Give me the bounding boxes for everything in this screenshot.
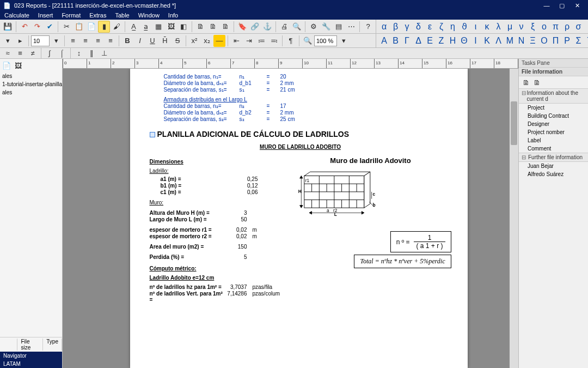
align-justify-icon[interactable]: ≡	[105, 35, 117, 47]
eq2-icon[interactable]: ≡	[14, 47, 26, 59]
spellcheck-icon[interactable]: ✔	[44, 21, 56, 33]
help-icon[interactable]: ?	[362, 21, 374, 33]
task-item[interactable]: Project nomber	[519, 128, 588, 136]
greek-γ[interactable]: γ	[401, 22, 413, 32]
align-center-icon[interactable]: ≡	[79, 35, 91, 47]
fontcolor-icon[interactable]: —	[213, 35, 225, 47]
greek-α[interactable]: α	[378, 22, 390, 32]
perp-icon[interactable]: ⊥	[98, 47, 110, 59]
superscript-icon[interactable]: x²	[188, 35, 200, 47]
font-size-input[interactable]	[31, 35, 50, 46]
tool-a-icon[interactable]: A̲	[127, 21, 139, 33]
task-doc2-icon[interactable]: 🗎	[532, 78, 541, 87]
greek-Π[interactable]: Π	[550, 36, 561, 46]
wrench-icon[interactable]: 🔧	[320, 21, 332, 33]
task-doc1-icon[interactable]: 🗎	[522, 78, 530, 87]
print-icon[interactable]: 🖨	[278, 21, 290, 33]
menu-extras[interactable]: Extras	[85, 12, 111, 19]
indent-more-icon[interactable]: ⇥	[243, 35, 255, 47]
greek-O[interactable]: O	[538, 36, 550, 46]
level-icon[interactable]: ▸	[14, 35, 26, 47]
greek-Δ[interactable]: Δ	[413, 36, 424, 46]
numlist-icon[interactable]: ≕	[268, 35, 280, 47]
greek-B[interactable]: B	[390, 36, 401, 46]
document-editor[interactable]: Cantidad de barras, n₁=n₁=20Diámetro de …	[63, 69, 518, 368]
doc2-icon[interactable]: 🗎	[207, 21, 219, 33]
arrow1-icon[interactable]: ↕	[73, 47, 85, 59]
menu-insert[interactable]: Insert	[34, 12, 58, 19]
dropdown-icon[interactable]: ▾	[50, 35, 62, 47]
brush-icon[interactable]: 🖌	[111, 21, 122, 33]
zoom-dropdown-icon[interactable]: ▾	[338, 35, 350, 47]
greek-β[interactable]: β	[390, 22, 401, 32]
greek-N[interactable]: N	[516, 36, 527, 46]
greek-μ[interactable]: μ	[504, 22, 516, 32]
greek-Σ[interactable]: Σ	[573, 36, 584, 46]
greek-Ξ[interactable]: Ξ	[527, 36, 538, 46]
greek-τ[interactable]: τ	[584, 22, 588, 32]
subscript-icon[interactable]: x₂	[201, 35, 213, 47]
greek-ρ[interactable]: ρ	[561, 22, 573, 32]
nav-doc-icon[interactable]: 📄	[2, 61, 11, 70]
greek-I[interactable]: I	[470, 36, 481, 46]
greek-ζ[interactable]: ζ	[436, 22, 447, 32]
tree-item[interactable]: 1-tutorial-insertar-planilla-excel	[0, 80, 62, 88]
underline-icon[interactable]: U	[146, 35, 158, 47]
tool-b-icon[interactable]: a̲	[140, 21, 152, 33]
col-none[interactable]	[0, 339, 17, 351]
maximize-button[interactable]: ▢	[554, 0, 569, 11]
section-marker-icon[interactable]	[150, 132, 155, 137]
tasks-section-1[interactable]: ⊟Information about the current d	[519, 88, 588, 104]
highlight-icon[interactable]: ▮	[98, 21, 110, 33]
greek-ι[interactable]: ι	[470, 22, 481, 32]
chart-icon[interactable]: ◧	[177, 21, 189, 33]
image-icon[interactable]: 🖼	[165, 21, 177, 33]
list-icon[interactable]: ≔	[255, 35, 267, 47]
zoom-input[interactable]	[314, 35, 337, 46]
menu-info[interactable]: Info	[164, 12, 182, 19]
eq1-icon[interactable]: ≈	[2, 47, 14, 59]
zoom-icon[interactable]: 🔍	[302, 35, 314, 47]
menu-window[interactable]: Window	[134, 12, 164, 19]
task-item[interactable]: Designer	[519, 120, 588, 128]
greek-M[interactable]: M	[504, 36, 516, 46]
task-item[interactable]: Comment	[519, 144, 588, 153]
paste-icon[interactable]: 📄	[85, 21, 97, 33]
table-icon[interactable]: ▦	[152, 21, 164, 33]
cut-icon[interactable]: ✂	[60, 21, 72, 33]
more-icon[interactable]: ⋯	[345, 21, 357, 33]
link-icon[interactable]: 🔗	[249, 21, 261, 33]
menu-table[interactable]: Table	[111, 12, 133, 19]
bookmark-icon[interactable]: 🔖	[236, 21, 248, 33]
overline-icon[interactable]: H̄	[159, 35, 171, 47]
tasks-section-2[interactable]: ⊟Further file information	[519, 153, 588, 162]
greek-ξ[interactable]: ξ	[527, 22, 538, 32]
greek-E[interactable]: E	[424, 36, 436, 46]
horizontal-ruler[interactable]: 012345678910111213141516171819202122	[63, 59, 518, 69]
greek-H[interactable]: H	[447, 36, 458, 46]
greek-η[interactable]: η	[447, 22, 458, 32]
save-icon[interactable]: 💾	[2, 21, 14, 33]
greek-K[interactable]: K	[481, 36, 493, 46]
doc3-icon[interactable]: 🗎	[219, 21, 231, 33]
align-right-icon[interactable]: ≡	[92, 35, 104, 47]
pilcrow-icon[interactable]: ¶	[285, 35, 297, 47]
tree-item[interactable]: ales	[0, 88, 62, 96]
nav-pic-icon[interactable]: 🖼	[13, 61, 23, 70]
greek-ο[interactable]: ο	[538, 22, 550, 32]
bold-icon[interactable]: B	[121, 35, 133, 47]
menu-format[interactable]: Format	[57, 12, 85, 19]
sigma-icon[interactable]: ⌠	[56, 47, 68, 59]
anchor-icon[interactable]: ⚓	[261, 21, 273, 33]
greek-Γ[interactable]: Γ	[401, 36, 413, 46]
minimize-button[interactable]: —	[539, 0, 554, 11]
greek-T[interactable]: T	[584, 36, 588, 46]
greek-κ[interactable]: κ	[481, 22, 493, 32]
align-left-icon[interactable]: ≡	[67, 35, 79, 47]
greek-ν[interactable]: ν	[516, 22, 527, 32]
tree-item[interactable]: ales	[0, 72, 62, 80]
indent-less-icon[interactable]: ⇤	[230, 35, 242, 47]
integral-icon[interactable]: ∫	[44, 47, 56, 59]
task-item[interactable]: Label	[519, 136, 588, 144]
greek-ε[interactable]: ε	[424, 22, 436, 32]
